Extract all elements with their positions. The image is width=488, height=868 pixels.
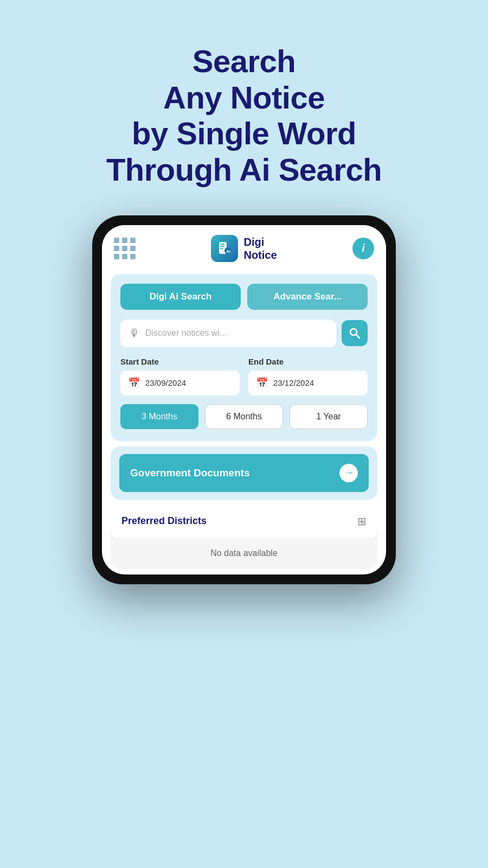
gov-docs-button[interactable]: Government Documents → [119, 454, 369, 492]
end-date-field: End Date 📅 23/12/2024 [248, 357, 368, 395]
no-data-message: No data available [111, 538, 377, 569]
hero-heading: Search Any Notice by Single Word Through… [106, 43, 382, 188]
logo-icon: AI [211, 235, 238, 262]
arrow-symbol: → [344, 467, 354, 478]
grid-dot [130, 246, 136, 251]
gov-docs-label: Government Documents [130, 467, 250, 479]
logo-name-line1: Digi [243, 236, 264, 248]
calendar-icon: 📅 [256, 377, 268, 389]
search-row: 🎙 Discover notices wi... [120, 320, 368, 347]
info-button[interactable]: i [352, 238, 374, 259]
app-logo: AI Digi Notice [211, 235, 277, 262]
svg-text:AI: AI [226, 249, 230, 254]
date-section: Start Date 📅 23/09/2024 End Date 📅 23/12… [120, 357, 368, 395]
grid-dot [122, 254, 127, 259]
tab-digi-ai-search[interactable]: Digi Ai Search [120, 284, 241, 310]
period-row: 3 Months 6 Months 1 Year [120, 404, 368, 429]
hero-line3: by Single Word [132, 116, 356, 151]
districts-title: Preferred Districts [121, 515, 207, 527]
svg-rect-3 [220, 248, 223, 249]
svg-line-7 [356, 335, 360, 339]
svg-rect-1 [220, 244, 224, 245]
search-tabs: Digi Ai Search Advance Sear... [120, 284, 368, 310]
grid-dot [114, 246, 119, 251]
end-date-input[interactable]: 📅 23/12/2024 [248, 371, 368, 395]
districts-panel: Preferred Districts ⊞ No data available [111, 505, 377, 569]
period-3-months[interactable]: 3 Months [120, 404, 198, 429]
period-6-months[interactable]: 6 Months [205, 404, 283, 429]
calendar-icon: 📅 [128, 377, 140, 389]
search-panel: Digi Ai Search Advance Sear... 🎙 Discove… [111, 274, 377, 441]
search-placeholder: Discover notices wi... [145, 328, 227, 338]
grid-dot [114, 254, 119, 259]
svg-rect-2 [220, 246, 224, 247]
filter-icon[interactable]: ⊞ [357, 515, 367, 528]
start-date-input[interactable]: 📅 23/09/2024 [120, 371, 240, 395]
grid-dot [130, 254, 136, 259]
info-label: i [362, 242, 365, 254]
gov-docs-panel: Government Documents → [111, 446, 377, 500]
start-date-value: 23/09/2024 [145, 378, 186, 387]
hero-line2: Any Notice [163, 80, 325, 115]
start-date-label: Start Date [120, 357, 240, 366]
phone-screen: AI Digi Notice i Digi Ai Search Advance … [102, 225, 386, 575]
grid-dot [114, 238, 119, 243]
grid-menu-icon[interactable] [114, 238, 136, 259]
hero-line4: Through Ai Search [106, 152, 382, 187]
hero-line1: Search [192, 43, 296, 79]
phone-frame: AI Digi Notice i Digi Ai Search Advance … [92, 215, 396, 584]
grid-dot [130, 238, 136, 243]
grid-dot [122, 238, 127, 243]
period-1-year[interactable]: 1 Year [290, 404, 368, 429]
tab-advance-search[interactable]: Advance Sear... [247, 284, 368, 310]
mic-icon[interactable]: 🎙 [129, 327, 140, 340]
start-date-field: Start Date 📅 23/09/2024 [120, 357, 240, 395]
logo-text: Digi Notice [243, 235, 277, 261]
search-button[interactable] [342, 320, 368, 346]
search-input-box: 🎙 Discover notices wi... [120, 320, 336, 347]
end-date-value: 23/12/2024 [273, 378, 314, 387]
logo-name-line2: Notice [243, 249, 277, 261]
gov-docs-arrow-icon: → [339, 464, 358, 482]
end-date-label: End Date [248, 357, 368, 366]
districts-header: Preferred Districts ⊞ [111, 505, 377, 538]
grid-dot [122, 246, 127, 251]
app-header: AI Digi Notice i [102, 225, 386, 269]
